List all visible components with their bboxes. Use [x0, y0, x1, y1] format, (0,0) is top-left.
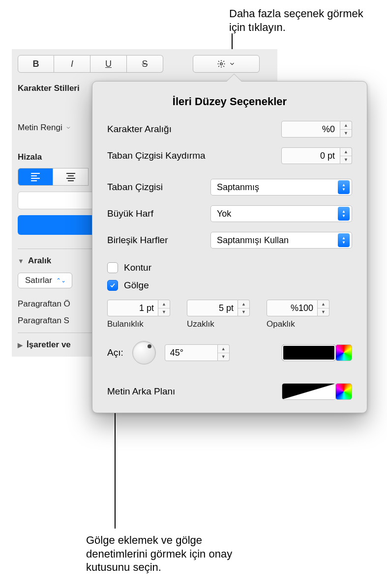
- strikethrough-button[interactable]: S: [127, 55, 163, 73]
- text-background-color-picker-button[interactable]: [335, 383, 352, 400]
- updown-icon: ▲▼: [338, 207, 350, 221]
- italic-button[interactable]: I: [54, 55, 90, 73]
- shadow-blur-label: Bulanıklık: [107, 319, 144, 329]
- shadow-angle-stepper[interactable]: ▲▼: [218, 344, 230, 361]
- text-color-label: Metin Rengi: [18, 123, 62, 133]
- disclosure-triangle-down-icon: ▼: [18, 257, 24, 265]
- shadow-offset-label: Uzaklık: [187, 319, 214, 329]
- shadow-offset-stepper[interactable]: ▲▼: [238, 300, 250, 316]
- shadow-angle-label: Açı:: [107, 347, 123, 358]
- ligatures-label: Birleşik Harfler: [107, 235, 210, 246]
- popover-title: İleri Düzey Seçenekler: [107, 95, 352, 108]
- callout-shadow: Gölge eklemek ve gölge denetimlerini gör…: [86, 533, 248, 574]
- gear-icon: [217, 59, 226, 68]
- char-spacing-field[interactable]: %0: [281, 121, 340, 138]
- shadow-color-picker-button[interactable]: [335, 344, 352, 361]
- callout-gear: Daha fazla seçenek görmek için tıklayın.: [229, 7, 367, 34]
- updown-icon: ⌃⌄: [56, 277, 66, 284]
- shadow-angle-field[interactable]: 45°: [165, 344, 218, 361]
- baseline-select-value: Saptanmış: [217, 182, 259, 193]
- text-background-label: Metin Arka Planı: [107, 386, 175, 397]
- baseline-shift-label: Taban Çizgisi Kaydırma: [107, 150, 235, 161]
- align-left-button[interactable]: [18, 168, 53, 186]
- lines-label: Satırlar: [25, 276, 52, 285]
- shadow-offset-field[interactable]: 5 pt: [187, 300, 238, 316]
- align-center-button[interactable]: [53, 168, 89, 186]
- caps-label: Büyük Harf: [107, 208, 210, 219]
- bullets-heading: İşaretler ve: [27, 340, 71, 350]
- shadow-blur-stepper[interactable]: ▲▼: [158, 300, 170, 316]
- spacing-heading: Aralık: [28, 256, 51, 266]
- char-spacing-stepper[interactable]: ▲▼: [340, 121, 352, 138]
- font-style-toolbar: B I U S: [18, 55, 271, 73]
- shadow-label: Gölge: [124, 280, 149, 291]
- baseline-select[interactable]: Saptanmış ▲▼: [210, 179, 352, 196]
- shadow-angle-dial[interactable]: [132, 341, 156, 364]
- ligatures-select[interactable]: Saptanmışı Kullan ▲▼: [210, 232, 352, 249]
- updown-icon: ▲▼: [338, 180, 350, 194]
- disclosure-triangle-right-icon: ▶: [18, 341, 23, 349]
- caps-select-value: Yok: [217, 209, 231, 219]
- shadow-opacity-stepper[interactable]: ▲▼: [318, 300, 329, 316]
- outline-label: Kontur: [124, 262, 151, 273]
- lines-popup[interactable]: Satırlar ⌃⌄: [18, 273, 72, 288]
- advanced-options-button[interactable]: [193, 55, 260, 73]
- caps-select[interactable]: Yok ▲▼: [210, 205, 352, 222]
- char-spacing-label: Karakter Aralığı: [107, 124, 210, 135]
- chevron-down-icon: [229, 60, 236, 67]
- outline-checkbox[interactable]: [107, 262, 118, 273]
- underline-button[interactable]: U: [90, 55, 127, 73]
- baseline-shift-field[interactable]: 0 pt: [281, 147, 340, 164]
- shadow-opacity-field[interactable]: %100: [267, 300, 318, 316]
- chevron-down-icon[interactable]: [65, 125, 71, 131]
- shadow-checkbox[interactable]: [107, 280, 118, 291]
- updown-icon: ▲▼: [338, 233, 350, 247]
- svg-point-0: [220, 63, 223, 65]
- shadow-color-well[interactable]: [282, 344, 336, 361]
- shadow-blur-field[interactable]: 1 pt: [107, 300, 158, 316]
- ligatures-select-value: Saptanmışı Kullan: [217, 235, 289, 246]
- baseline-shift-stepper[interactable]: ▲▼: [340, 147, 352, 164]
- shadow-opacity-label: Opaklık: [267, 319, 295, 329]
- baseline-label: Taban Çizgisi: [107, 182, 210, 193]
- bold-button[interactable]: B: [18, 55, 54, 73]
- text-background-color-well[interactable]: [282, 383, 336, 400]
- advanced-options-popover: İleri Düzey Seçenekler Karakter Aralığı …: [92, 81, 367, 413]
